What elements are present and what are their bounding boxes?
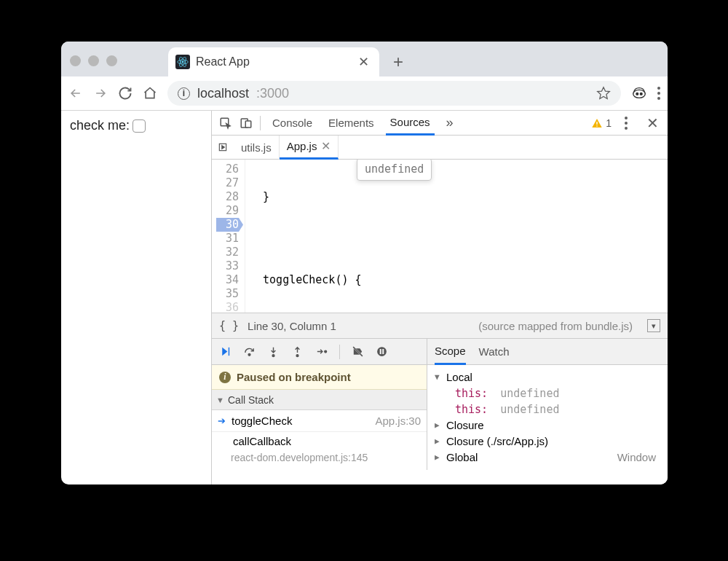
code-body: } toggleCheck() { console.debug(this) th… — [245, 160, 668, 313]
window-controls — [70, 55, 117, 66]
tab-elements[interactable]: Elements — [324, 111, 379, 136]
more-tabs-icon[interactable]: » — [442, 115, 458, 130]
paused-banner: i Paused on breakpoint — [212, 365, 427, 390]
file-tab-app[interactable]: App.js ✕ — [280, 136, 339, 160]
svg-rect-20 — [382, 349, 384, 354]
step-into-button[interactable] — [267, 345, 280, 358]
forward-button[interactable] — [93, 86, 108, 101]
svg-point-18 — [377, 347, 387, 356]
svg-point-5 — [636, 93, 638, 95]
pause-exceptions-button[interactable] — [376, 345, 388, 358]
minimize-window-icon[interactable] — [88, 55, 99, 66]
scope-pane: Scope Watch ▼Local this: undefined this:… — [427, 339, 668, 470]
scope-var[interactable]: this: undefined — [435, 385, 660, 401]
scope-section-closure-app[interactable]: ▶Closure (./src/App.js) — [435, 434, 660, 450]
svg-rect-13 — [229, 348, 229, 356]
tab-watch[interactable]: Watch — [479, 345, 510, 358]
reload-button[interactable] — [118, 86, 132, 101]
scope-section-local[interactable]: ▼Local — [435, 369, 660, 385]
deactivate-breakpoints-button[interactable] — [352, 345, 364, 358]
checkbox-label[interactable]: check me: — [70, 118, 146, 133]
close-file-icon[interactable]: ✕ — [321, 139, 331, 153]
back-button[interactable] — [68, 86, 83, 101]
chevron-down-icon: ▼ — [216, 396, 225, 404]
bookmark-icon[interactable] — [596, 86, 611, 101]
url-port: :3000 — [256, 86, 289, 101]
svg-rect-11 — [597, 125, 598, 126]
stack-frame[interactable]: ➔ toggleCheck App.js:30 — [212, 410, 427, 432]
stack-frame[interactable]: callCallback — [212, 432, 427, 450]
code-editor[interactable]: 26272829 30 313233343536 } toggleCheck()… — [212, 160, 668, 313]
svg-point-6 — [640, 93, 642, 95]
editor-status-bar: { } Line 30, Column 1 (source mapped fro… — [212, 313, 668, 339]
devtools-panel: Console Elements Sources » 1 ✕ utils.js … — [212, 111, 668, 484]
url-host: localhost — [197, 86, 249, 101]
scope-body: ▼Local this: undefined this: undefined ▶… — [427, 365, 668, 470]
pretty-print-icon[interactable]: { } — [219, 319, 239, 332]
step-button[interactable] — [315, 345, 328, 358]
svg-point-14 — [248, 353, 250, 356]
file-nav-icon[interactable] — [212, 142, 234, 152]
svg-rect-9 — [245, 121, 251, 128]
line-gutter: 26272829 30 313233343536 — [212, 160, 245, 313]
callstack-pane: i Paused on breakpoint ▼ Call Stack ➔ to… — [212, 339, 427, 470]
browser-tab[interactable]: React App ✕ — [168, 47, 379, 76]
scope-section-global[interactable]: ▶GlobalWindow — [435, 450, 660, 466]
resume-button[interactable] — [219, 345, 232, 358]
react-icon — [175, 55, 190, 69]
callstack-header[interactable]: ▼ Call Stack — [212, 390, 427, 410]
scope-section-closure[interactable]: ▶Closure — [435, 417, 660, 434]
file-tab-utils[interactable]: utils.js — [234, 136, 280, 160]
devtools-menu-button[interactable] — [625, 117, 628, 130]
warnings-indicator[interactable]: 1 — [591, 117, 612, 129]
page-content: check me: — [61, 111, 212, 484]
tab-console[interactable]: Console — [268, 111, 317, 136]
close-devtools-icon[interactable]: ✕ — [641, 114, 660, 132]
new-tab-button[interactable]: + — [388, 52, 408, 72]
svg-rect-19 — [380, 349, 381, 354]
extension-icon[interactable] — [631, 85, 647, 101]
tab-title: React App — [196, 55, 352, 68]
cursor-position: Line 30, Column 1 — [248, 320, 336, 332]
file-tabs: utils.js App.js ✕ — [212, 136, 668, 160]
viewport: check me: Console Elements Sources » — [61, 111, 668, 484]
svg-point-16 — [296, 355, 298, 357]
home-button[interactable] — [143, 86, 157, 101]
svg-point-15 — [272, 355, 274, 357]
tab-sources[interactable]: Sources — [386, 111, 435, 136]
checkbox-input[interactable] — [132, 119, 146, 133]
svg-point-0 — [182, 61, 184, 63]
value-tooltip: undefined — [357, 160, 432, 181]
site-info-icon[interactable]: i — [178, 87, 190, 100]
current-frame-icon: ➔ — [218, 415, 226, 426]
close-window-icon[interactable] — [70, 55, 81, 66]
scope-tabs: Scope Watch — [427, 339, 668, 365]
debugger-pane: i Paused on breakpoint ▼ Call Stack ➔ to… — [212, 339, 668, 470]
address-bar: i localhost:3000 — [61, 76, 668, 111]
svg-rect-10 — [597, 122, 598, 125]
info-icon: i — [219, 372, 231, 383]
browser-window: React App ✕ + i localhost:3000 — [61, 42, 668, 484]
devtools-tabs: Console Elements Sources » 1 ✕ — [212, 111, 668, 136]
browser-menu-button[interactable] — [657, 87, 660, 100]
step-over-button[interactable] — [243, 345, 256, 358]
step-out-button[interactable] — [291, 345, 304, 358]
svg-point-17 — [325, 350, 327, 353]
url-input[interactable]: i localhost:3000 — [167, 81, 621, 106]
scope-var[interactable]: this: undefined — [435, 401, 660, 417]
maximize-window-icon[interactable] — [106, 55, 117, 66]
stack-frame-location: react-dom.development.js:145 — [212, 450, 427, 466]
tab-scope[interactable]: Scope — [435, 339, 466, 365]
source-map-info: (source mapped from bundle.js) — [478, 320, 633, 332]
close-tab-icon[interactable]: ✕ — [358, 54, 369, 70]
tab-strip: React App ✕ + — [61, 42, 668, 76]
svg-point-4 — [633, 90, 646, 98]
source-map-toggle-icon[interactable]: ▾ — [647, 319, 660, 332]
inspect-element-icon[interactable] — [219, 117, 232, 130]
device-toolbar-icon[interactable] — [240, 117, 253, 130]
debugger-toolbar — [212, 339, 427, 365]
